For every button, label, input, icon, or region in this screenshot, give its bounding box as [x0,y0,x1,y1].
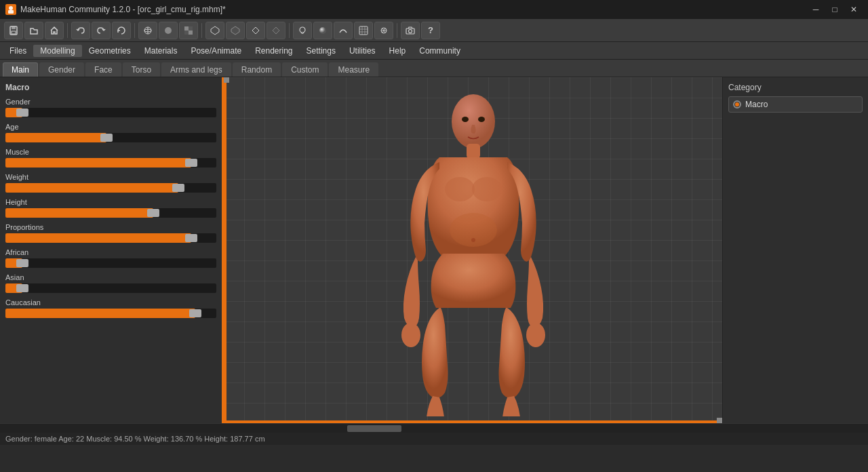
param-label-age: Age [5,123,216,131]
menu-item-menu-pose[interactable]: Pose/Animate [184,45,248,57]
svg-rect-9 [184,26,189,31]
main-content: Macro GenderAgeMuscleWeightHeightProport… [0,77,868,423]
slider-handle-asian[interactable] [16,284,28,292]
svg-point-25 [452,94,495,149]
menu-item-menu-modelling[interactable]: Modelling [33,45,81,57]
svg-point-0 [9,6,13,10]
right-view-button[interactable] [267,22,285,39]
param-group-asian: Asian [5,273,216,293]
svg-rect-17 [359,26,368,35]
menu-item-menu-help[interactable]: Help [382,45,413,57]
tab-face[interactable]: Face [85,62,121,77]
svg-point-34 [478,117,485,122]
left-panel: Macro GenderAgeMuscleWeightHeightProport… [0,77,224,423]
shade-button[interactable] [313,22,332,39]
slider-handle-gender[interactable] [16,109,28,117]
svg-point-8 [165,27,172,34]
slider-fill-height [5,208,153,218]
redo-button[interactable] [92,22,111,39]
toolbar-separator-5 [397,23,397,38]
refresh-button[interactable] [112,22,131,39]
corner-br [717,418,722,423]
param-group-caucasian: Caucasian [5,298,216,318]
svg-point-28 [472,177,502,201]
param-label-height: Height [5,198,216,206]
menu-item-menu-community[interactable]: Community [412,45,467,57]
slider-wrap-proportions [5,233,216,243]
slider-handle-height[interactable] [147,209,159,217]
slider-handle-age[interactable] [100,134,113,142]
open-button[interactable] [24,22,43,39]
menu-item-menu-files[interactable]: Files [3,45,33,57]
tab-random[interactable]: Random [233,62,281,77]
slider-wrap-african [5,258,216,268]
h-scroll-thumb[interactable] [347,425,401,432]
params-container: GenderAgeMuscleWeightHeightProportionsAf… [5,98,216,318]
help-button[interactable]: ? [421,22,440,39]
slider-handle-proportions[interactable] [185,234,197,242]
viewport[interactable] [224,77,722,423]
slider-wrap-muscle [5,158,216,168]
maximize-button[interactable]: □ [826,3,844,16]
smooth-button[interactable] [334,22,353,39]
menu-item-menu-rendering[interactable]: Rendering [248,45,299,57]
svg-marker-14 [231,26,239,35]
tab-arms-and-legs[interactable]: Arms and legs [161,62,231,77]
toolbar-separator-4 [289,23,290,38]
slider-handle-caucasian[interactable] [189,309,201,317]
minimize-button[interactable]: ─ [807,3,825,16]
status-text: Gender: female Age: 22 Muscle: 94.50 % W… [5,435,265,443]
svg-marker-13 [211,26,219,35]
menu-item-menu-utilities[interactable]: Utilities [342,45,382,57]
category-macro-item[interactable]: Macro [728,96,863,113]
close-button[interactable]: ✕ [845,3,863,16]
slider-fill-age [5,133,106,142]
svg-point-33 [462,117,469,122]
texture-button[interactable] [354,22,373,39]
right-panel: Category Macro [722,77,868,423]
window-controls: ─ □ ✕ [807,3,863,16]
wireframe-button[interactable] [138,22,157,39]
info-bar: Gender: female Age: 22 Muscle: 94.50 % W… [0,433,868,445]
slider-handle-african[interactable] [16,259,28,267]
hexagon-button[interactable] [374,22,393,39]
checker-button[interactable] [179,22,198,39]
bottom-scroll-area[interactable] [0,423,868,433]
solid-button[interactable] [159,22,178,39]
slider-handle-muscle[interactable] [185,159,197,167]
tab-gender[interactable]: Gender [39,62,84,77]
slider-wrap-caucasian [5,309,216,318]
home-button[interactable] [45,22,64,39]
human-figure [365,84,582,416]
menu-item-menu-geometries[interactable]: Geometries [82,45,138,57]
param-label-asian: Asian [5,273,216,281]
slider-wrap-gender [5,108,216,117]
param-group-proportions: Proportions [5,223,216,243]
svg-rect-26 [467,144,480,159]
app-icon [5,4,16,15]
left-view-button[interactable] [246,22,265,39]
front-view-button[interactable] [205,22,224,39]
tab-custom[interactable]: Custom [282,62,328,77]
tab-main[interactable]: Main [3,62,38,77]
radio-macro[interactable] [733,100,741,109]
tab-measure[interactable]: Measure [329,62,378,77]
undo-button[interactable] [71,22,90,39]
slider-handle-weight[interactable] [172,184,184,192]
menu-item-menu-settings[interactable]: Settings [300,45,342,57]
slider-wrap-age [5,133,216,142]
camera-button[interactable] [401,22,420,39]
save-button[interactable] [4,22,23,39]
back-view-button[interactable] [226,22,245,39]
param-group-weight: Weight [5,173,216,193]
menu-item-menu-materials[interactable]: Materials [138,45,184,57]
slider-bg-gender [5,108,216,117]
corner-tl [224,77,229,83]
tab-torso[interactable]: Torso [123,62,160,77]
viewport-left-edge [224,77,226,423]
svg-point-32 [471,238,475,242]
slider-bg-african [5,258,216,268]
svg-point-15 [300,27,305,33]
head-view-button[interactable] [293,22,312,39]
param-label-african: African [5,248,216,256]
